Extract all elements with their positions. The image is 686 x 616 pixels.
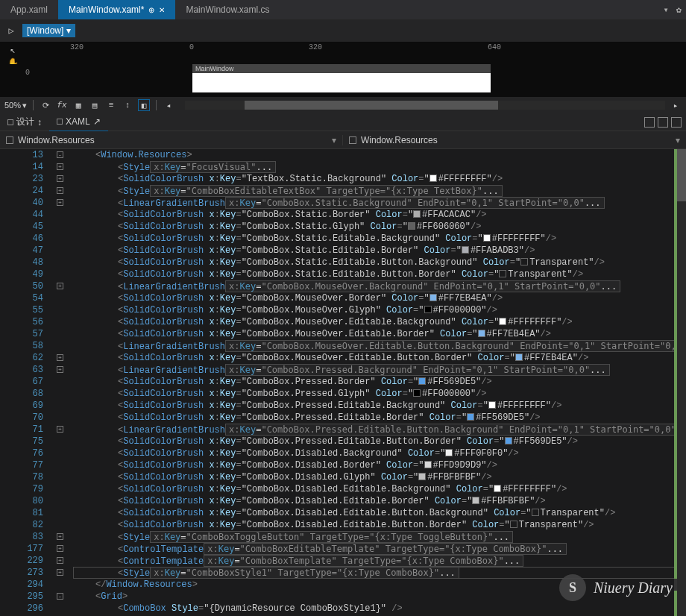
fold-toggle[interactable]: + [57,187,63,194]
horizontal-scrollbar[interactable] [185,101,665,110]
code-line[interactable]: <ControlTemplatex:Key="ComboBoxEditableT… [73,543,676,555]
designer-window-preview[interactable]: MainWindow [192,64,491,92]
code-line[interactable]: <SolidColorBrush x:Key="ComboBox.MouseOv… [73,316,676,328]
fold-toggle[interactable]: + [57,175,63,182]
code-line[interactable]: <LinearGradientBrushx:Key="ComboBox.Mous… [73,280,676,292]
code-line[interactable]: <SolidColorBrush x:Key="ComboBox.Disable… [73,471,676,483]
code-line[interactable]: <ControlTemplatex:Key="ComboBoxTemplate"… [73,555,676,567]
pane-tabs: 设计 ↕ XAML ↗ [0,113,686,131]
code-line[interactable]: <SolidColorBrush x:Key="ComboBox.Pressed… [73,412,676,424]
grid-icon[interactable]: ▦ [72,99,84,111]
scroll-right-icon[interactable]: ▸ [670,99,682,111]
element-path-dropdown[interactable]: [Window]▾ [22,24,75,37]
fold-toggle[interactable]: + [57,366,63,373]
code-line[interactable]: <SolidColorBrush x:Key="ComboBox.Disable… [73,495,676,507]
code-line[interactable]: <SolidColorBrush x:Key="ComboBox.MouseOv… [73,292,676,304]
code-line[interactable]: <LinearGradientBrushx:Key="ComboBox.Pres… [73,424,676,436]
nav-left[interactable]: Window.Resources▾ [0,135,343,145]
code-line[interactable]: <Stylex:Key="ComboBoxToggleButton" Targe… [73,531,676,543]
chevron-down-icon[interactable]: ▾ [332,135,336,145]
fold-toggle[interactable]: + [57,545,63,552]
code-line[interactable]: <SolidColorBrush x:Key="ComboBox.Static.… [73,268,676,280]
code-line[interactable]: <ComboBox Style="{DynamicResource ComboB… [73,603,676,615]
fold-toggle[interactable]: - [57,593,63,600]
close-icon[interactable]: ✕ [159,6,165,14]
code-line[interactable]: <Window.Resources> [73,149,676,161]
doc-icon [349,136,356,144]
code-line[interactable]: <SolidColorBrush x:Key="ComboBox.Pressed… [73,388,676,400]
refresh-icon[interactable]: ⟳ [40,99,51,111]
designer-toolbar: 50% ▾ ⟳ fx ▦ ▤ ≡ ↕ ◧ ◂ ▸ [0,97,686,113]
line-number-gutter: 1314232440444546474849505455565758626367… [0,149,52,616]
code-line[interactable]: <SolidColorBrush x:Key="ComboBox.Disable… [73,519,676,531]
designer-canvas[interactable]: 0 MainWindow [0,64,686,97]
align-icon[interactable]: ↕ [122,99,133,111]
layout-stack-icon[interactable] [671,117,682,128]
code-body: <Window.Resources><Stylex:Key="FocusVisu… [73,149,676,616]
gear-icon[interactable]: ✿ [676,4,682,16]
tab-mainwindow-xaml[interactable]: MainWindow.xaml* ⊕ ✕ [58,0,175,19]
code-line[interactable]: <LinearGradientBrushx:Key="ComboBox.Pres… [73,364,676,376]
snap-icon[interactable]: ▤ [89,99,101,111]
code-line[interactable]: <SolidColorBrush x:Key="ComboBox.MouseOv… [73,304,676,316]
code-line[interactable]: <SolidColorBrush x:Key="ComboBox.Disable… [73,507,676,519]
xaml-icon [57,119,63,125]
code-line[interactable]: <SolidColorBrush x:Key="ComboBox.Static.… [73,245,676,257]
code-line[interactable]: <SolidColorBrush x:Key="ComboBox.Disable… [73,447,676,459]
code-line[interactable]: <Stylex:Key="ComboBoxEditableTextBox" Ta… [73,185,676,197]
vertical-scrollbar[interactable] [677,149,686,616]
document-tab-bar: App.xaml MainWindow.xaml* ⊕ ✕ MainWindow… [0,0,686,19]
code-line[interactable]: <LinearGradientBrushx:Key="ComboBox.Mous… [73,340,676,352]
fold-toggle[interactable]: + [57,163,63,170]
scroll-left-icon[interactable]: ◂ [163,99,174,111]
code-line[interactable]: <SolidColorBrush x:Key="ComboBox.Pressed… [73,376,676,388]
fold-toggle[interactable]: + [57,569,63,576]
chevron-down-icon[interactable]: ▾ [676,135,680,145]
preview-titlebar: MainWindow [192,64,491,73]
code-line[interactable]: <SolidColorBrush x:Key="ComboBox.Pressed… [73,400,676,412]
code-line[interactable]: <SolidColorBrush x:Key="TextBox.Static.B… [73,173,676,185]
doc-icon [6,136,13,144]
tab-mainwindow-cs[interactable]: MainWindow.xaml.cs [175,0,280,19]
tab-app-xaml[interactable]: App.xaml [0,0,58,19]
fold-toggle[interactable]: + [57,199,63,206]
code-line[interactable]: <SolidColorBrush x:Key="ComboBox.MouseOv… [73,328,676,340]
code-line[interactable]: <SolidColorBrush x:Key="ComboBox.Pressed… [73,436,676,447]
code-line[interactable]: <SolidColorBrush x:Key="ComboBox.Disable… [73,483,676,495]
fold-toggle[interactable]: + [57,533,63,540]
code-line[interactable]: <SolidColorBrush x:Key="ComboBox.Static.… [73,257,676,268]
watermark: S Niuery Diary [559,574,673,601]
fx-icon[interactable]: fx [56,99,68,111]
layout-horizontal-icon[interactable] [658,117,668,128]
designer-ruler-row: ↖ ✋ 320 0 320 640 960 [0,42,686,64]
code-line[interactable]: <SolidColorBrush x:Key="ComboBox.MouseOv… [73,352,676,364]
fold-toggle[interactable]: + [57,557,63,564]
tab-design[interactable]: 设计 ↕ [0,113,49,131]
pointer-icon[interactable]: ▷ [4,24,18,37]
code-line[interactable]: <LinearGradientBrushx:Key="ComboBox.Stat… [73,197,676,209]
tab-xaml[interactable]: XAML ↗ [49,113,108,131]
code-line[interactable]: <SolidColorBrush x:Key="ComboBox.Static.… [73,209,676,221]
arrow-icon[interactable]: ↖ [10,45,15,56]
fold-toggle[interactable]: - [57,151,63,158]
layout-vertical-icon[interactable] [644,117,655,128]
snaplines-icon[interactable]: ≡ [105,99,117,111]
fold-toggle[interactable]: + [57,283,63,289]
code-line[interactable]: <SolidColorBrush x:Key="ComboBox.Static.… [73,221,676,233]
watermark-icon: S [559,574,586,601]
effects-icon[interactable]: ◧ [138,99,150,111]
element-selector-bar: ▷ [Window]▾ [0,19,686,42]
fold-toggle[interactable]: + [57,354,63,361]
fold-gutter: -++++++++++++- [52,149,73,616]
code-editor[interactable]: 1314232440444546474849505455565758626367… [0,149,686,616]
window-dropdown-icon[interactable]: ▾ [664,4,669,16]
pin-icon[interactable]: ⊕ [148,6,154,14]
code-line[interactable]: <SolidColorBrush x:Key="ComboBox.Disable… [73,459,676,471]
popout-icon[interactable]: ↗ [93,116,101,127]
fold-toggle[interactable]: + [57,426,63,433]
code-line[interactable]: <SolidColorBrush x:Key="ComboBox.Static.… [73,233,676,245]
code-line[interactable]: <Stylex:Key="FocusVisual"... [73,161,676,173]
chevron-down-icon: ▾ [66,25,71,36]
zoom-dropdown[interactable]: 50% ▾ [4,101,27,110]
nav-right[interactable]: Window.Resources▾ [343,135,686,145]
